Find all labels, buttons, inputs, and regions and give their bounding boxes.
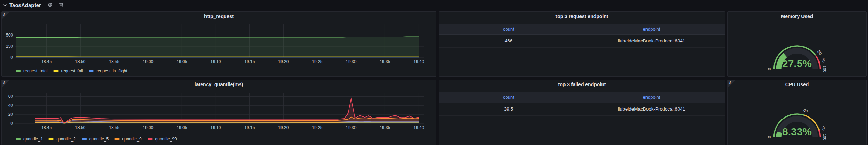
latency-quantile-plot[interactable]: 020406018:4518:5018:5519:0019:0519:1019:… xyxy=(2,80,436,145)
svg-text:19:30: 19:30 xyxy=(346,125,356,130)
legend-item[interactable]: request_total xyxy=(16,69,47,73)
svg-text:0: 0 xyxy=(10,121,13,126)
svg-text:19:35: 19:35 xyxy=(380,125,390,130)
legend-swatch xyxy=(148,138,153,140)
svg-text:100: 100 xyxy=(823,134,827,140)
latency-quantile-legend: quantile_1quantile_2quantile_5quantile_9… xyxy=(16,137,177,142)
svg-text:18:55: 18:55 xyxy=(109,125,119,130)
svg-text:19:20: 19:20 xyxy=(278,59,289,64)
legend-swatch xyxy=(114,138,120,140)
svg-text:27.5%: 27.5% xyxy=(782,58,812,69)
svg-text:19:30: 19:30 xyxy=(346,59,356,64)
legend-swatch xyxy=(89,70,94,72)
svg-text:19:15: 19:15 xyxy=(244,125,255,130)
svg-text:18:45: 18:45 xyxy=(41,59,52,64)
trash-icon[interactable] xyxy=(59,2,63,7)
svg-text:19:25: 19:25 xyxy=(312,59,322,64)
row-header: TaosAdapter xyxy=(0,0,868,10)
memory-used-gauge: 0809010027.5% xyxy=(728,21,866,76)
legend-label: quantile_2 xyxy=(56,137,75,142)
svg-text:80: 80 xyxy=(817,49,823,55)
svg-text:0: 0 xyxy=(10,55,13,60)
panel-title-memory-used[interactable]: Memory Used xyxy=(728,12,866,21)
svg-text:19:35: 19:35 xyxy=(380,59,390,64)
legend-item[interactable]: quantile_2 xyxy=(48,137,75,142)
svg-text:250: 250 xyxy=(6,44,13,49)
panel-cpu-used: i CPU Used 060901008.33% xyxy=(727,80,867,145)
legend-swatch xyxy=(16,138,21,140)
svg-text:18:45: 18:45 xyxy=(41,125,52,130)
legend-swatch xyxy=(48,138,54,140)
legend-swatch xyxy=(82,138,87,140)
panel-http-request: i http_request 025050018:4518:5018:5519:… xyxy=(1,11,436,77)
info-icon[interactable]: i xyxy=(729,80,731,84)
table-header-row: count endpoint xyxy=(439,92,725,103)
svg-text:19:15: 19:15 xyxy=(244,59,255,64)
grafana-dashboard: { "header": { "title": "TaosAdapter" }, … xyxy=(0,0,868,145)
legend-label: quantile_99 xyxy=(155,137,177,142)
svg-text:19:20: 19:20 xyxy=(278,125,289,130)
svg-text:8.33%: 8.33% xyxy=(782,126,812,137)
panel-info-corner[interactable] xyxy=(728,80,735,88)
svg-text:18:55: 18:55 xyxy=(109,59,119,64)
svg-text:18:50: 18:50 xyxy=(75,59,85,64)
column-header-endpoint[interactable]: endpoint xyxy=(578,24,725,34)
svg-text:60: 60 xyxy=(8,94,13,99)
svg-text:60: 60 xyxy=(803,108,808,113)
http-request-plot[interactable]: 025050018:4518:5018:5519:0019:0519:1019:… xyxy=(2,12,436,76)
panel-title-top-failed[interactable]: top 3 failed endpoint xyxy=(439,80,725,89)
svg-text:19:10: 19:10 xyxy=(210,59,221,64)
legend-item[interactable]: quantile_5 xyxy=(82,137,108,142)
panel-top-failed-endpoint: top 3 failed endpoint count endpoint 39.… xyxy=(439,80,725,145)
svg-text:19:00: 19:00 xyxy=(143,59,153,64)
cell-endpoint: liubeideMacBook-Pro.local:6041 xyxy=(578,103,725,115)
cell-count: 39.5 xyxy=(439,103,578,115)
legend-label: request_in_flight xyxy=(96,69,127,73)
http-request-legend: request_totalrequest_failrequest_in_flig… xyxy=(16,69,127,73)
legend-label: quantile_5 xyxy=(89,137,108,142)
cpu-used-gauge: 060901008.33% xyxy=(728,89,866,145)
column-header-count[interactable]: count xyxy=(439,92,578,103)
svg-text:18:50: 18:50 xyxy=(75,125,85,130)
legend-item[interactable]: request_fail xyxy=(53,69,83,73)
svg-text:100: 100 xyxy=(823,65,827,72)
legend-label: request_fail xyxy=(61,69,83,73)
legend-item[interactable]: quantile_1 xyxy=(16,137,43,142)
column-header-endpoint[interactable]: endpoint xyxy=(578,92,725,103)
legend-swatch xyxy=(16,70,21,72)
legend-item[interactable]: quantile_9 xyxy=(114,137,141,142)
legend-swatch xyxy=(53,70,59,72)
svg-text:90: 90 xyxy=(821,57,826,63)
table-row: 466 liubeideMacBook-Pro.local:6041 xyxy=(439,35,725,48)
cell-endpoint: liubeideMacBook-Pro.local:6041 xyxy=(578,35,725,47)
table-header-row: count endpoint xyxy=(439,24,725,35)
svg-text:19:40: 19:40 xyxy=(413,59,424,64)
svg-text:19:10: 19:10 xyxy=(210,125,221,130)
column-header-count[interactable]: count xyxy=(439,24,578,34)
svg-text:19:05: 19:05 xyxy=(177,59,187,64)
legend-item[interactable]: quantile_99 xyxy=(148,137,177,142)
panel-memory-used: Memory Used 0809010027.5% xyxy=(727,11,867,77)
svg-text:40: 40 xyxy=(8,103,13,108)
top-failed-table: count endpoint 39.5 liubeideMacBook-Pro.… xyxy=(439,92,725,116)
legend-label: quantile_9 xyxy=(122,137,141,142)
gear-icon[interactable] xyxy=(47,2,53,8)
svg-text:19:40: 19:40 xyxy=(413,125,424,130)
svg-text:19:05: 19:05 xyxy=(177,125,187,130)
legend-label: request_total xyxy=(23,69,47,73)
chevron-down-icon[interactable] xyxy=(3,3,7,7)
panel-title-cpu-used[interactable]: CPU Used xyxy=(728,80,866,89)
table-row: 39.5 liubeideMacBook-Pro.local:6041 xyxy=(439,103,725,116)
panel-latency-quantile: i latency_quantile(ms) 020406018:4518:50… xyxy=(1,80,436,145)
legend-label: quantile_1 xyxy=(23,137,43,142)
svg-text:0: 0 xyxy=(767,136,771,138)
row-title[interactable]: TaosAdapter xyxy=(9,2,41,8)
panel-title-top-request[interactable]: top 3 request endpoint xyxy=(439,12,725,21)
svg-text:500: 500 xyxy=(6,33,13,38)
cell-count: 466 xyxy=(439,35,578,47)
svg-text:90: 90 xyxy=(821,126,826,131)
legend-item[interactable]: request_in_flight xyxy=(89,69,127,73)
panel-top-request-endpoint: top 3 request endpoint count endpoint 46… xyxy=(439,11,725,77)
svg-text:20: 20 xyxy=(8,112,13,117)
top-request-table: count endpoint 466 liubeideMacBook-Pro.l… xyxy=(439,24,725,48)
